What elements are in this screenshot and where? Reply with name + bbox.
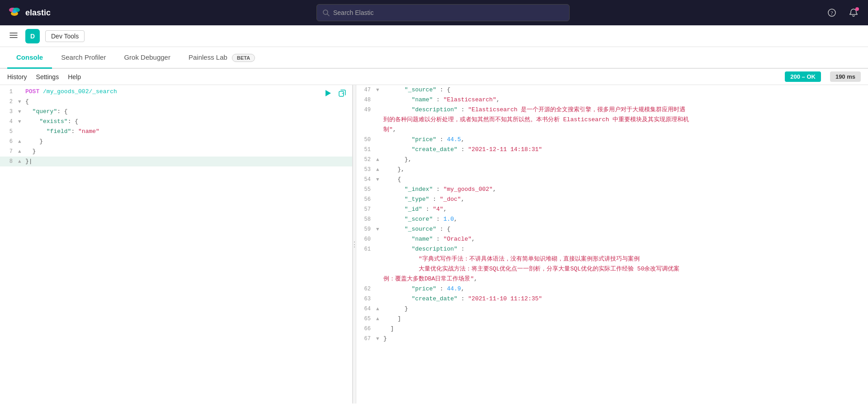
editor-line-2: 2 ▼ { — [0, 97, 352, 107]
top-navigation: elastic Search Elastic ? — [0, 0, 868, 25]
response-line-58: 58 "_score" : 1.0, — [356, 214, 868, 224]
response-line-64: 64 ▲ } — [356, 304, 868, 314]
response-line-52: 52 ▲ }, — [356, 155, 868, 165]
tabs-bar: Console Search Profiler Grok Debugger Pa… — [0, 47, 868, 69]
panel-divider[interactable]: ⋮ — [353, 85, 356, 403]
copy-as-curl-button[interactable] — [336, 87, 349, 100]
status-badge: 200 – OK — [785, 71, 821, 82]
editor-line-3: 3 ▼ "query": { — [0, 107, 352, 117]
response-line-65: 65 ▲ ] — [356, 314, 868, 324]
editor-line-7: 7 ▲ } — [0, 147, 352, 157]
response-line-66: 66 ] — [356, 324, 868, 334]
copy-curl-icon — [338, 89, 346, 97]
response-line-67: 67 ▼ } — [356, 334, 868, 344]
response-line-51: 51 "create_date" : "2021-12-11 14:18:31" — [356, 145, 868, 155]
svg-text:?: ? — [830, 10, 833, 16]
settings-button[interactable]: Settings — [36, 73, 59, 81]
response-line-47: 47 ▼ "_source" : { — [356, 85, 868, 95]
editor-line-1: 1 POST /my_goods_002/_search — [0, 87, 352, 97]
response-line-56: 56 "_type" : "_doc", — [356, 195, 868, 204]
notification-dot — [855, 7, 859, 11]
editor-actions — [321, 87, 349, 100]
search-bar-wrapper: Search Elastic — [67, 4, 819, 21]
editor-line-4: 4 ▼ "exists": { — [0, 117, 352, 127]
breadcrumb-bar: D Dev Tools — [0, 25, 868, 47]
beta-badge-text: BETA — [232, 54, 255, 62]
response-line-49: 49 "description" : "Elasticsearch 是一个开源的… — [356, 105, 868, 135]
time-badge: 190 ms — [830, 71, 861, 82]
editor-line-6: 6 ▲ } — [0, 137, 352, 147]
tab-grok-debugger[interactable]: Grok Debugger — [115, 47, 179, 69]
response-line-62: 62 "price" : 44.9, — [356, 284, 868, 294]
response-line-59: 59 ▼ "_source" : { — [356, 224, 868, 234]
editor-panel[interactable]: 1 POST /my_goods_002/_search 2 ▼ { 3 ▼ "… — [0, 85, 353, 403]
editor-line-5: 5 "field": "name" — [0, 127, 352, 137]
response-line-60: 60 "name" : "Oracle", — [356, 234, 868, 244]
response-line-61: 61 "description" : "字典式写作手法：不讲具体语法，没有简单知… — [356, 244, 868, 284]
nav-icons: ? — [825, 5, 861, 20]
tab-painless-lab[interactable]: Painless Lab true BETA — [179, 47, 264, 69]
app-name: elastic — [25, 8, 51, 18]
history-button[interactable]: History — [7, 73, 27, 81]
tab-console[interactable]: Console — [7, 47, 52, 69]
search-icon — [322, 9, 330, 16]
response-line-53: 53 ▲ }, — [356, 165, 868, 175]
hamburger-button[interactable] — [7, 29, 20, 43]
run-button[interactable] — [321, 87, 334, 100]
svg-point-4 — [12, 10, 17, 13]
response-line-54: 54 ▼ { — [356, 175, 868, 185]
menu-icon — [9, 31, 18, 40]
toolbar: History Settings Help 200 – OK 190 ms — [0, 69, 868, 85]
response-line-50: 50 "price" : 44.5, — [356, 135, 868, 145]
tab-search-profiler[interactable]: Search Profiler — [52, 47, 115, 69]
svg-marker-12 — [326, 90, 331, 96]
svg-line-6 — [327, 14, 329, 16]
response-line-48: 48 "name" : "Elasticsearch", — [356, 95, 868, 105]
response-line-63: 63 "create_date" : "2021-11-10 11:12:35" — [356, 294, 868, 304]
response-panel[interactable]: 47 ▼ "_source" : { 48 "name" : "Elastics… — [356, 85, 868, 403]
svg-rect-13 — [339, 91, 344, 96]
editor-line-8: 8 ▲ }| — [0, 157, 352, 166]
user-avatar[interactable]: D — [25, 29, 40, 43]
help-button[interactable]: Help — [68, 73, 81, 81]
search-placeholder: Search Elastic — [333, 9, 373, 16]
play-icon — [324, 89, 332, 97]
response-line-55: 55 "_index" : "my_goods_002", — [356, 185, 868, 195]
help-icon: ? — [827, 8, 836, 17]
notifications-icon-btn[interactable] — [846, 5, 861, 20]
response-line-57: 57 "_id" : "4", — [356, 204, 868, 214]
dev-tools-badge[interactable]: Dev Tools — [45, 30, 85, 42]
help-icon-btn[interactable]: ? — [825, 5, 839, 20]
global-search-bar[interactable]: Search Elastic — [316, 4, 570, 21]
editor-content: 1 POST /my_goods_002/_search 2 ▼ { 3 ▼ "… — [0, 85, 352, 168]
main-content: 1 POST /my_goods_002/_search 2 ▼ { 3 ▼ "… — [0, 85, 868, 403]
elastic-logo[interactable]: elastic — [7, 5, 61, 20]
